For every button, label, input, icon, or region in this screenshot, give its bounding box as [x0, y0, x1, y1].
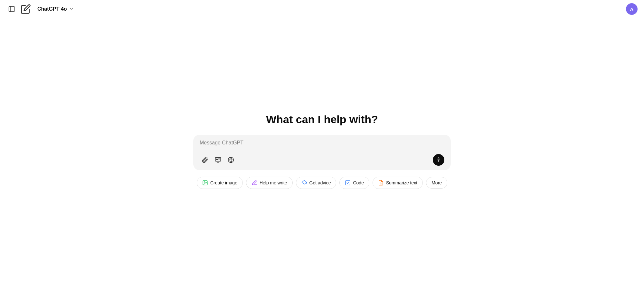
suggestion-get-advice[interactable]: Get advice [296, 177, 336, 189]
suggestion-get-advice-label: Get advice [309, 180, 331, 185]
svg-point-3 [216, 159, 217, 160]
suggestion-create-image[interactable]: Create image [197, 177, 243, 189]
suggestion-more[interactable]: More [426, 177, 447, 189]
suggestion-summarize-text-label: Summarize text [386, 180, 417, 185]
chevron-down-icon [69, 6, 74, 12]
svg-rect-12 [346, 181, 350, 185]
suggestion-code-label: Code [353, 180, 364, 185]
svg-rect-7 [437, 159, 440, 159]
browse-button[interactable] [213, 154, 223, 165]
suggestion-create-image-label: Create image [210, 180, 237, 185]
suggestion-help-me-write[interactable]: Help me write [246, 177, 293, 189]
new-chat-button[interactable] [21, 4, 31, 14]
chat-input-container [193, 135, 451, 170]
create-image-icon [202, 180, 208, 186]
suggestion-help-me-write-label: Help me write [260, 180, 287, 185]
suggestion-summarize-text[interactable]: Summarize text [373, 177, 423, 189]
sidebar-toggle-button[interactable] [6, 4, 17, 14]
svg-rect-8 [438, 160, 440, 161]
suggestions-bar: Create image Help me write Get advice [197, 177, 447, 189]
svg-rect-0 [9, 6, 14, 12]
model-selector[interactable]: ChatGPT 4o [35, 5, 77, 14]
header-left: ChatGPT 4o [6, 4, 77, 14]
web-search-button[interactable] [225, 154, 236, 165]
attach-button[interactable] [200, 154, 211, 165]
svg-rect-6 [438, 158, 440, 158]
avatar[interactable]: A [626, 3, 638, 15]
code-icon [345, 180, 351, 186]
input-toolbar [200, 154, 444, 166]
summarize-text-icon [378, 180, 384, 186]
message-input[interactable] [200, 140, 444, 149]
suggestion-code[interactable]: Code [339, 177, 369, 189]
model-name: ChatGPT 4o [37, 6, 67, 12]
suggestion-more-label: More [431, 180, 442, 185]
svg-rect-9 [438, 161, 439, 162]
help-me-write-icon [251, 180, 257, 186]
toolbar-left [200, 154, 236, 165]
get-advice-icon [301, 180, 307, 186]
header: ChatGPT 4o A [0, 0, 644, 18]
svg-point-11 [204, 181, 204, 182]
page-title: What can I help with? [266, 113, 378, 126]
voice-button[interactable] [433, 154, 444, 166]
main-content: What can I help with? [0, 18, 644, 284]
